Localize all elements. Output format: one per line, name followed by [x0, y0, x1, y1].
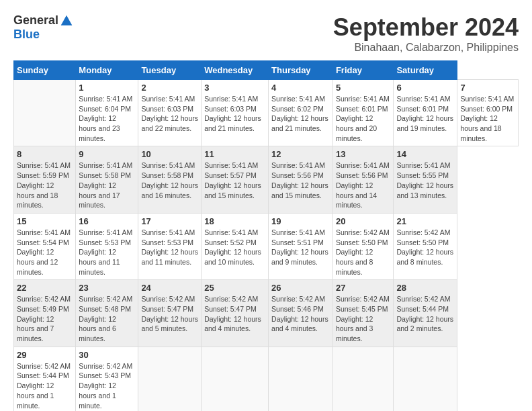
day-number: 28	[396, 283, 454, 293]
day-info: Sunrise: 5:41 AMSunset: 5:51 PMDaylight:…	[271, 228, 330, 267]
calendar: SundayMondayTuesdayWednesdayThursdayFrid…	[13, 60, 519, 411]
day-number: 10	[141, 149, 198, 159]
day-number: 14	[396, 149, 454, 159]
day-number: 12	[271, 149, 330, 159]
calendar-cell: 8Sunrise: 5:41 AMSunset: 5:59 PMDaylight…	[14, 146, 76, 213]
calendar-cell: 23Sunrise: 5:42 AMSunset: 5:48 PMDayligh…	[76, 280, 138, 347]
day-number: 16	[79, 216, 135, 226]
day-info: Sunrise: 5:41 AMSunset: 5:55 PMDaylight:…	[396, 161, 454, 200]
day-number: 15	[17, 216, 73, 226]
day-number: 20	[336, 216, 391, 226]
calendar-cell: 27Sunrise: 5:42 AMSunset: 5:45 PMDayligh…	[332, 280, 394, 347]
day-info: Sunrise: 5:42 AMSunset: 5:50 PMDaylight:…	[336, 228, 391, 277]
day-info: Sunrise: 5:41 AMSunset: 5:56 PMDaylight:…	[336, 161, 391, 210]
calendar-cell: 19Sunrise: 5:41 AMSunset: 5:51 PMDayligh…	[269, 213, 333, 279]
day-info: Sunrise: 5:41 AMSunset: 6:02 PMDaylight:…	[271, 94, 330, 134]
calendar-week-3: 15Sunrise: 5:41 AMSunset: 5:54 PMDayligh…	[14, 213, 519, 279]
calendar-cell: 25Sunrise: 5:42 AMSunset: 5:47 PMDayligh…	[202, 280, 269, 347]
day-info: Sunrise: 5:41 AMSunset: 5:59 PMDaylight:…	[17, 161, 73, 210]
day-info: Sunrise: 5:41 AMSunset: 5:52 PMDaylight:…	[204, 228, 265, 267]
calendar-cell: 30Sunrise: 5:42 AMSunset: 5:43 PMDayligh…	[76, 347, 138, 411]
calendar-cell: 21Sunrise: 5:42 AMSunset: 5:50 PMDayligh…	[394, 213, 457, 279]
day-number: 8	[17, 149, 73, 159]
calendar-cell	[332, 347, 394, 411]
day-number: 26	[271, 283, 330, 293]
calendar-cell: 6Sunrise: 5:41 AMSunset: 6:01 PMDaylight…	[394, 80, 457, 146]
day-info: Sunrise: 5:42 AMSunset: 5:43 PMDaylight:…	[79, 361, 135, 410]
calendar-header-row: SundayMondayTuesdayWednesdayThursdayFrid…	[14, 61, 519, 80]
day-info: Sunrise: 5:41 AMSunset: 6:03 PMDaylight:…	[141, 94, 198, 134]
day-info: Sunrise: 5:42 AMSunset: 5:47 PMDaylight:…	[204, 294, 265, 334]
day-of-week-tuesday: Tuesday	[138, 61, 202, 80]
day-info: Sunrise: 5:41 AMSunset: 6:01 PMDaylight:…	[396, 94, 454, 134]
day-of-week-saturday: Saturday	[394, 61, 457, 80]
day-info: Sunrise: 5:42 AMSunset: 5:45 PMDaylight:…	[336, 294, 391, 343]
day-info: Sunrise: 5:41 AMSunset: 5:56 PMDaylight:…	[271, 161, 330, 200]
calendar-cell	[14, 80, 76, 146]
day-info: Sunrise: 5:42 AMSunset: 5:44 PMDaylight:…	[396, 294, 454, 334]
day-of-week-thursday: Thursday	[269, 61, 333, 80]
day-number: 27	[336, 283, 391, 293]
calendar-cell: 18Sunrise: 5:41 AMSunset: 5:52 PMDayligh…	[202, 213, 269, 279]
day-info: Sunrise: 5:41 AMSunset: 5:53 PMDaylight:…	[141, 228, 198, 267]
day-number: 19	[271, 216, 330, 226]
day-info: Sunrise: 5:41 AMSunset: 5:57 PMDaylight:…	[204, 161, 265, 200]
day-info: Sunrise: 5:42 AMSunset: 5:49 PMDaylight:…	[17, 294, 73, 343]
day-info: Sunrise: 5:42 AMSunset: 5:44 PMDaylight:…	[17, 361, 73, 410]
calendar-cell: 4Sunrise: 5:41 AMSunset: 6:02 PMDaylight…	[269, 80, 333, 146]
day-number: 11	[204, 149, 265, 159]
day-of-week-friday: Friday	[332, 61, 394, 80]
calendar-cell	[138, 347, 202, 411]
calendar-week-5: 29Sunrise: 5:42 AMSunset: 5:44 PMDayligh…	[14, 347, 519, 411]
calendar-week-1: 1Sunrise: 5:41 AMSunset: 6:04 PMDaylight…	[14, 80, 519, 146]
calendar-cell: 17Sunrise: 5:41 AMSunset: 5:53 PMDayligh…	[138, 213, 202, 279]
calendar-cell: 2Sunrise: 5:41 AMSunset: 6:03 PMDaylight…	[138, 80, 202, 146]
day-number: 18	[204, 216, 265, 226]
day-number: 17	[141, 216, 198, 226]
calendar-body: 1Sunrise: 5:41 AMSunset: 6:04 PMDaylight…	[14, 80, 519, 412]
calendar-cell	[394, 347, 457, 411]
day-info: Sunrise: 5:41 AMSunset: 6:00 PMDaylight:…	[460, 94, 515, 143]
calendar-cell: 29Sunrise: 5:42 AMSunset: 5:44 PMDayligh…	[14, 347, 76, 411]
day-number: 13	[336, 149, 391, 159]
calendar-cell: 12Sunrise: 5:41 AMSunset: 5:56 PMDayligh…	[269, 146, 333, 213]
calendar-cell: 5Sunrise: 5:41 AMSunset: 6:01 PMDaylight…	[332, 80, 394, 146]
day-number: 21	[396, 216, 454, 226]
calendar-cell: 11Sunrise: 5:41 AMSunset: 5:57 PMDayligh…	[202, 146, 269, 213]
day-number: 7	[460, 83, 515, 93]
day-info: Sunrise: 5:41 AMSunset: 6:01 PMDaylight:…	[336, 94, 391, 143]
calendar-cell: 26Sunrise: 5:42 AMSunset: 5:46 PMDayligh…	[269, 280, 333, 347]
day-number: 3	[204, 83, 265, 93]
day-info: Sunrise: 5:41 AMSunset: 5:53 PMDaylight:…	[79, 228, 135, 277]
day-number: 23	[79, 283, 135, 293]
day-info: Sunrise: 5:41 AMSunset: 6:03 PMDaylight:…	[204, 94, 265, 134]
day-number: 22	[17, 283, 73, 293]
day-of-week-sunday: Sunday	[14, 61, 76, 80]
calendar-cell: 10Sunrise: 5:41 AMSunset: 5:58 PMDayligh…	[138, 146, 202, 213]
calendar-cell: 14Sunrise: 5:41 AMSunset: 5:55 PMDayligh…	[394, 146, 457, 213]
day-info: Sunrise: 5:41 AMSunset: 5:58 PMDaylight:…	[79, 161, 135, 210]
day-info: Sunrise: 5:41 AMSunset: 5:58 PMDaylight:…	[141, 161, 198, 200]
logo: General Blue	[13, 13, 73, 42]
logo-icon	[60, 14, 73, 28]
logo-general-text: General	[13, 13, 58, 28]
calendar-cell: 1Sunrise: 5:41 AMSunset: 6:04 PMDaylight…	[76, 80, 138, 146]
day-of-week-monday: Monday	[76, 61, 138, 80]
day-info: Sunrise: 5:42 AMSunset: 5:48 PMDaylight:…	[79, 294, 135, 343]
day-number: 9	[79, 149, 135, 159]
calendar-cell: 28Sunrise: 5:42 AMSunset: 5:44 PMDayligh…	[394, 280, 457, 347]
calendar-cell: 3Sunrise: 5:41 AMSunset: 6:03 PMDaylight…	[202, 80, 269, 146]
calendar-cell: 9Sunrise: 5:41 AMSunset: 5:58 PMDaylight…	[76, 146, 138, 213]
day-number: 1	[79, 83, 135, 93]
day-info: Sunrise: 5:42 AMSunset: 5:50 PMDaylight:…	[396, 228, 454, 267]
calendar-cell: 22Sunrise: 5:42 AMSunset: 5:49 PMDayligh…	[14, 280, 76, 347]
day-of-week-wednesday: Wednesday	[202, 61, 269, 80]
location-title: Binahaan, Calabarzon, Philippines	[333, 42, 519, 54]
day-info: Sunrise: 5:41 AMSunset: 6:04 PMDaylight:…	[79, 94, 135, 143]
calendar-cell	[269, 347, 333, 411]
calendar-week-2: 8Sunrise: 5:41 AMSunset: 5:59 PMDaylight…	[14, 146, 519, 213]
calendar-cell: 24Sunrise: 5:42 AMSunset: 5:47 PMDayligh…	[138, 280, 202, 347]
day-info: Sunrise: 5:42 AMSunset: 5:46 PMDaylight:…	[271, 294, 330, 334]
day-number: 29	[17, 350, 73, 360]
day-number: 30	[79, 350, 135, 360]
